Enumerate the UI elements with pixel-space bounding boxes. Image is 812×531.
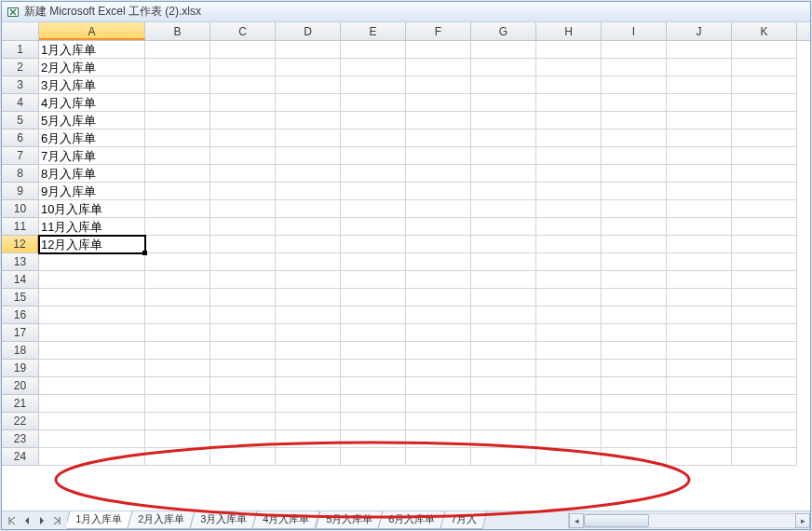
row-header[interactable]: 22 [2,413,39,430]
cell[interactable] [732,448,797,466]
cell[interactable] [276,59,341,76]
cell[interactable] [732,395,797,413]
cell[interactable] [341,236,406,253]
cell[interactable] [602,200,667,218]
cell[interactable] [276,94,341,112]
cell[interactable] [341,253,406,271]
row-header[interactable]: 20 [2,377,39,395]
cell[interactable] [667,165,732,183]
cell[interactable] [536,253,602,271]
hscroll-track[interactable] [584,513,795,528]
cell[interactable] [145,94,210,112]
cell[interactable] [145,41,210,59]
cell[interactable] [471,129,536,147]
cell[interactable] [471,94,536,112]
row-header[interactable]: 13 [2,253,39,271]
cell[interactable] [732,76,797,94]
cell[interactable]: 4月入库单 [39,94,145,112]
cell[interactable] [471,430,536,448]
cell[interactable] [276,200,341,218]
cell[interactable] [602,236,667,253]
cell[interactable] [536,306,602,324]
cell[interactable] [602,41,667,59]
cell[interactable] [145,271,210,289]
cell[interactable] [276,448,341,466]
cell[interactable] [341,165,406,183]
cell[interactable] [602,289,667,306]
cell[interactable] [602,165,667,183]
cell[interactable] [341,342,406,360]
row-header[interactable]: 2 [2,59,39,76]
hscroll-left[interactable]: ◂ [569,513,584,528]
cell[interactable] [210,41,276,59]
cell[interactable] [602,324,667,342]
cell[interactable] [602,448,667,466]
cell[interactable] [276,129,341,147]
cell[interactable] [341,59,406,76]
cell[interactable] [210,306,276,324]
cell[interactable] [732,306,797,324]
cell[interactable] [210,200,276,218]
cell[interactable] [341,183,406,200]
cell[interactable] [276,324,341,342]
cell[interactable] [732,165,797,183]
cell[interactable] [406,306,471,324]
cell[interactable] [732,200,797,218]
cell[interactable] [471,448,536,466]
cell[interactable] [536,183,602,200]
sheet-tab[interactable]: 3月入库单 [190,511,258,529]
col-header-E[interactable]: E [341,22,406,40]
cell[interactable] [210,147,276,165]
cell[interactable] [471,306,536,324]
cell[interactable]: 8月入库单 [39,165,145,183]
row-header[interactable]: 9 [2,183,39,200]
cell[interactable] [536,147,602,165]
cell[interactable]: 2月入库单 [39,59,145,76]
cell[interactable] [406,377,471,395]
cell[interactable] [145,430,210,448]
cell[interactable] [602,112,667,129]
cell[interactable] [406,76,471,94]
cell[interactable] [602,59,667,76]
cell[interactable] [210,360,276,377]
cell[interactable] [667,200,732,218]
cell[interactable] [471,112,536,129]
cell[interactable] [536,342,602,360]
cell[interactable] [210,236,276,253]
hscroll-right[interactable]: ▸ [795,513,810,528]
cell[interactable] [667,324,732,342]
cell[interactable] [210,324,276,342]
cell[interactable] [341,218,406,236]
cell[interactable] [471,236,536,253]
cell[interactable]: 9月入库单 [39,183,145,200]
cell[interactable] [732,324,797,342]
cell[interactable] [341,413,406,430]
cell[interactable] [39,324,145,342]
cell[interactable] [536,59,602,76]
cell[interactable] [732,41,797,59]
cell[interactable] [276,342,341,360]
cell[interactable] [536,76,602,94]
cell[interactable] [341,360,406,377]
cell[interactable] [667,289,732,306]
cell[interactable] [536,165,602,183]
sheet-tab[interactable]: 4月入库单 [252,511,320,529]
cell[interactable] [276,306,341,324]
cell[interactable] [471,200,536,218]
cell[interactable] [341,76,406,94]
row-header[interactable]: 3 [2,76,39,94]
cell[interactable] [471,324,536,342]
cell[interactable] [39,306,145,324]
cell[interactable] [536,377,602,395]
cell[interactable] [341,112,406,129]
cell[interactable] [341,200,406,218]
row-header[interactable]: 15 [2,289,39,306]
cell[interactable] [145,289,210,306]
cell[interactable] [536,395,602,413]
sheet-nav-next[interactable] [35,514,48,527]
cell[interactable] [667,342,732,360]
cell[interactable] [667,76,732,94]
cell[interactable] [536,94,602,112]
cell[interactable] [667,448,732,466]
cell[interactable] [39,448,145,466]
